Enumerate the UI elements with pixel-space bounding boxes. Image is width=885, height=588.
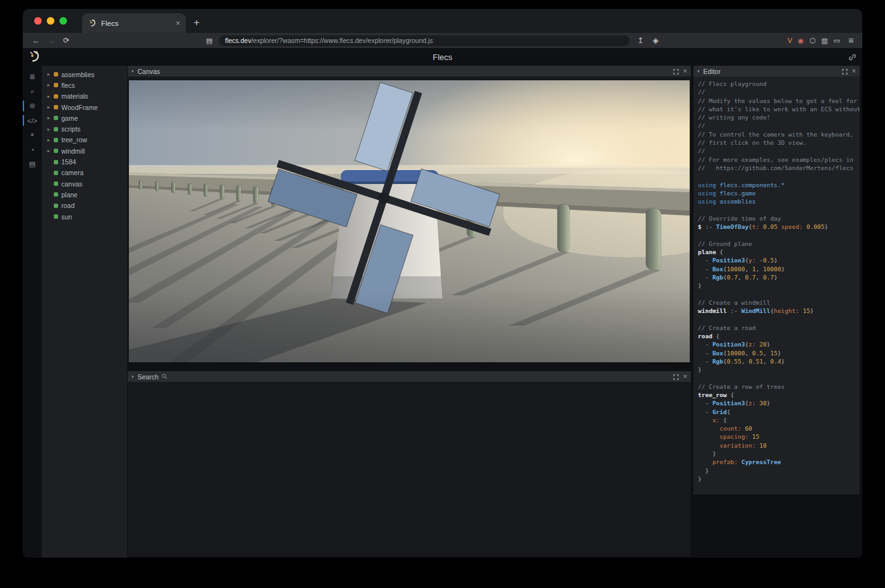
code-line: // For more examples, see examples/plecs… — [698, 156, 860, 164]
code-line: } — [698, 281, 860, 290]
url-domain: flecs.dev — [225, 37, 251, 44]
close-icon[interactable]: × — [852, 68, 856, 75]
tab-close-icon[interactable]: × — [176, 19, 180, 28]
flecs-app: Flecs ≣⌕⊚</>⌖◔▤ ▸assemblies▸flecs▸materi… — [23, 48, 862, 558]
code-line: plane { — [698, 248, 860, 256]
collapse-icon[interactable]: ▾ — [697, 69, 700, 74]
code-line: // Create a road — [698, 324, 860, 332]
entity-square-icon — [54, 181, 58, 186]
code-line: // Flecs playground — [698, 80, 860, 88]
tree-item-flecs[interactable]: ▸flecs — [42, 80, 127, 90]
address-bar[interactable]: flecs.dev/explorer/?wasm=https://www.fle… — [219, 35, 630, 46]
tree-item-windmill[interactable]: ▸windmill — [42, 145, 127, 156]
expand-icon[interactable]: ▸ — [47, 82, 53, 88]
tree-item-camera[interactable]: camera — [42, 168, 127, 178]
code-line: } — [698, 365, 860, 374]
tree-item-canvas[interactable]: canvas — [42, 178, 127, 189]
reload-button[interactable]: ⟳ — [61, 36, 72, 45]
fullscreen-icon[interactable] — [842, 66, 848, 77]
expand-icon[interactable]: ▸ — [47, 104, 53, 110]
entity-square-icon — [54, 214, 58, 219]
module-square-icon — [54, 105, 58, 109]
forward-button[interactable]: → — [46, 36, 57, 45]
tab-bar: Flecs × + — [23, 9, 862, 33]
flecs-favicon-icon — [88, 19, 97, 28]
panel-title: Search — [138, 373, 159, 381]
shield-icon[interactable]: ◈ — [650, 36, 661, 45]
recorder-extension-icon[interactable]: ◉ — [798, 37, 804, 45]
share-icon[interactable]: ↥ — [635, 36, 646, 45]
expand-icon[interactable]: ▸ — [47, 71, 53, 77]
expand-icon[interactable]: ▸ — [47, 115, 53, 121]
code-line — [698, 205, 860, 214]
code-line: - Position3{z: 20} — [698, 340, 860, 348]
tree-item-scripts[interactable]: ▸scripts — [42, 123, 127, 134]
code-line — [698, 315, 860, 323]
log-icon[interactable]: ▤ — [23, 157, 42, 171]
module-square-icon — [54, 94, 58, 99]
entity-square-icon — [54, 116, 58, 120]
share-link-icon[interactable] — [848, 52, 857, 64]
tree-item-sun[interactable]: sun — [42, 211, 127, 222]
tab-title: Flecs — [101, 20, 171, 27]
close-window-button[interactable] — [34, 17, 42, 25]
tree-item-label: assemblies — [61, 71, 95, 78]
search-results-body[interactable] — [128, 382, 691, 556]
entity-square-icon — [54, 149, 58, 153]
tree-item-game[interactable]: ▸game — [42, 113, 127, 123]
tree-item-plane[interactable]: plane — [42, 189, 127, 200]
code-line: // https://github.com/SanderMertens/flec… — [698, 164, 860, 172]
expand-icon[interactable]: ▸ — [47, 94, 53, 99]
minimize-window-button[interactable] — [47, 17, 54, 25]
tree-item-tree_row[interactable]: ▸tree_row — [42, 135, 127, 145]
collapse-icon[interactable]: ▾ — [131, 69, 134, 74]
close-icon[interactable]: × — [683, 373, 687, 380]
stats-icon[interactable]: ◔ — [23, 142, 42, 157]
wallet-icon[interactable]: ▭ — [834, 37, 840, 45]
tree-item-1584[interactable]: 1584 — [42, 156, 127, 167]
code-line: // what it's like to work with an ECS wi… — [698, 105, 860, 113]
menu-icon[interactable]: ≡ — [846, 35, 856, 46]
tree-item-label: tree_row — [61, 136, 87, 144]
v-extension-icon[interactable]: V — [788, 37, 792, 44]
search-icon[interactable]: ⌕ — [23, 84, 42, 99]
expand-icon[interactable]: ▸ — [47, 148, 53, 154]
tree-item-materials[interactable]: ▸materials — [42, 91, 127, 102]
back-button[interactable]: ← — [30, 36, 42, 45]
tree-item-WoodFrame[interactable]: ▸WoodFrame — [42, 102, 127, 113]
code-line: - Box{10000, 1, 10000} — [698, 265, 860, 273]
collapse-icon[interactable]: ▾ — [131, 374, 134, 379]
close-icon[interactable]: × — [683, 68, 687, 75]
code-line: - Box{10000, 0.5, 15} — [698, 349, 860, 357]
expand-icon[interactable]: ▸ — [47, 126, 53, 132]
fullscreen-icon[interactable] — [673, 66, 679, 77]
expand-icon[interactable]: ▸ — [47, 137, 53, 143]
entity-square-icon — [54, 138, 58, 142]
url-path: /explorer/?wasm=https://www.flecs.dev/ex… — [251, 37, 432, 44]
puzzle-extensions-icon[interactable]: ⬡ — [810, 37, 816, 45]
code-line: // — [698, 88, 860, 96]
editor-code[interactable]: // Flecs playground//// Modify the value… — [693, 77, 860, 494]
tree-item-assemblies[interactable]: ▸assemblies — [42, 69, 127, 80]
code-line: using assemblies — [698, 197, 860, 205]
tree-item-road[interactable]: road — [42, 200, 127, 211]
side-panel-icon[interactable]: ▥ — [821, 37, 827, 45]
code-icon[interactable]: </> — [23, 113, 42, 128]
code-line: } — [698, 475, 860, 483]
new-tab-button[interactable]: + — [193, 16, 200, 29]
editor-panel: ▾ Editor × // Flecs playground//// Modif… — [693, 66, 860, 558]
search-panel: ▾ Search × — [128, 371, 691, 556]
canvas-3d-scene[interactable] — [129, 80, 690, 362]
fullscreen-icon[interactable] — [673, 371, 679, 383]
app-header: Flecs — [23, 48, 862, 66]
world-icon[interactable]: ⊚ — [23, 99, 42, 113]
flecs-logo-icon[interactable] — [27, 50, 41, 66]
search-magnifier-icon[interactable] — [162, 374, 168, 379]
code-line: count: 60 — [698, 424, 860, 432]
zoom-window-button[interactable] — [59, 17, 67, 25]
inspect-icon[interactable]: ⌖ — [23, 128, 42, 142]
bookmarks-icon[interactable]: ▤ — [204, 37, 215, 45]
browser-tab[interactable]: Flecs × — [82, 13, 186, 33]
panel-menu: ≣⌕⊚</>⌖◔▤ — [23, 66, 42, 558]
entities-tree-icon[interactable]: ≣ — [23, 70, 42, 84]
